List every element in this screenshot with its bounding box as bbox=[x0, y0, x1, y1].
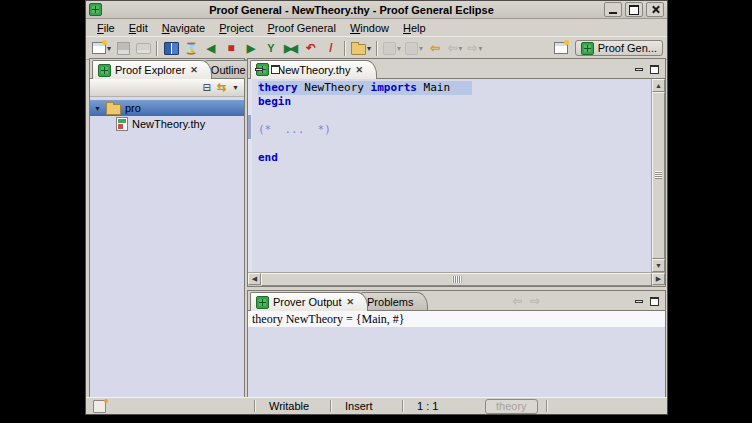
status-writable: Writable bbox=[257, 400, 329, 412]
editor-area: *NewTheory.thy ✕ theory NewTheory import… bbox=[247, 58, 666, 287]
view-minimize-button[interactable] bbox=[253, 64, 266, 75]
close-tab-icon[interactable]: ✕ bbox=[346, 297, 354, 307]
theory-mode-button[interactable]: theory bbox=[485, 399, 538, 414]
proof-explorer-icon bbox=[98, 64, 111, 77]
run-button[interactable]: ▾ bbox=[381, 39, 403, 57]
scroll-up-icon[interactable]: ▲ bbox=[652, 79, 665, 92]
window-close-button[interactable] bbox=[646, 2, 664, 17]
tab-prover-output[interactable]: Prover Output ✕ bbox=[250, 292, 368, 311]
new-wizard-button[interactable]: ▾ bbox=[90, 39, 113, 57]
theory-file-icon bbox=[116, 117, 128, 131]
folder-icon bbox=[351, 44, 366, 55]
quick-diff-marker bbox=[248, 115, 251, 139]
horizontal-scrollbar[interactable]: ◀ ▶ bbox=[248, 272, 665, 286]
last-edit-location-button[interactable]: ⇦ bbox=[425, 39, 445, 57]
print-button[interactable] bbox=[133, 39, 153, 57]
back-arrow-icon: ⇦ bbox=[448, 41, 458, 55]
vertical-scrollbar-thumb[interactable] bbox=[652, 92, 665, 259]
view-menu-button[interactable]: ▼ bbox=[232, 84, 239, 91]
menu-help[interactable]: Help bbox=[396, 21, 433, 35]
window-title: Proof General - NewTheory.thy - Proof Ge… bbox=[102, 4, 601, 16]
open-file-button[interactable]: ▾ bbox=[349, 39, 373, 57]
tab-proof-explorer[interactable]: Proof Explorer ✕ bbox=[92, 60, 212, 79]
explorer-tab-row: Proof Explorer ✕ Outline bbox=[90, 59, 244, 79]
undo-all-button[interactable]: ↶ bbox=[301, 39, 321, 57]
prover-output-content: theory NewTheory = {Main, #} bbox=[248, 311, 665, 399]
history-back-icon[interactable]: ⇦ bbox=[512, 294, 522, 308]
link-with-editor-button[interactable]: ⇆ bbox=[217, 81, 226, 94]
menu-navigate[interactable]: Navigate bbox=[155, 21, 212, 35]
project-tree: ▼ pro NewTheory.thy bbox=[90, 97, 244, 402]
window-minimize-button[interactable] bbox=[604, 2, 622, 17]
external-tools-button[interactable]: ▾ bbox=[403, 39, 425, 57]
menu-edit[interactable]: Edit bbox=[122, 21, 155, 35]
annotation-ruler bbox=[248, 79, 252, 272]
restart-proof-button[interactable]: ⌛ bbox=[181, 39, 201, 57]
fast-view-icon[interactable] bbox=[93, 400, 106, 413]
view-controls bbox=[253, 64, 286, 78]
code-line bbox=[258, 137, 651, 151]
undo-step-button[interactable]: ◀ bbox=[201, 39, 221, 57]
close-tab-icon[interactable]: ✕ bbox=[190, 65, 198, 75]
editor-maximize-button[interactable] bbox=[648, 64, 661, 75]
menu-file[interactable]: File bbox=[90, 21, 122, 35]
open-folder-icon bbox=[106, 104, 121, 115]
forward-button[interactable]: ⇨ ▾ bbox=[465, 39, 485, 57]
horizontal-scrollbar-thumb[interactable] bbox=[261, 273, 652, 286]
stop-button[interactable]: ■ bbox=[221, 39, 241, 57]
toolbar-separator bbox=[344, 41, 346, 56]
tab-problems[interactable]: Problems bbox=[361, 292, 427, 310]
proof-explorer-view: Proof Explorer ✕ Outline ⊟ ⇆ ▼ ▼ pro bbox=[89, 58, 245, 399]
prover-tab-row: Prover Output ✕ Problems ⇦ ⇨ bbox=[248, 291, 665, 311]
collapse-all-button[interactable]: ⊟ bbox=[202, 82, 210, 93]
last-edit-arrow-icon: ⇦ bbox=[430, 41, 440, 55]
open-perspective-button[interactable] bbox=[551, 39, 571, 57]
dropdown-icon: ▾ bbox=[419, 44, 423, 53]
vertical-scrollbar[interactable]: ▲ ▼ bbox=[651, 79, 665, 272]
prover-maximize-button[interactable] bbox=[648, 296, 661, 307]
scroll-down-icon[interactable]: ▼ bbox=[652, 259, 665, 272]
proof-general-icon bbox=[581, 42, 594, 55]
goto-end-icon: ▶◀ bbox=[284, 42, 298, 55]
dropdown-icon: ▾ bbox=[397, 44, 401, 53]
code-line: begin bbox=[258, 95, 651, 109]
prover-minimize-button[interactable] bbox=[632, 296, 645, 307]
minimize-icon bbox=[635, 68, 643, 71]
tree-item-file[interactable]: NewTheory.thy bbox=[90, 116, 244, 132]
editor-body: theory NewTheory imports Main begin (* .… bbox=[248, 79, 665, 272]
title-bar[interactable]: Proof General - NewTheory.thy - Proof Ge… bbox=[86, 1, 667, 19]
scroll-left-icon[interactable]: ◀ bbox=[248, 273, 261, 285]
expander-icon[interactable]: ▼ bbox=[94, 105, 102, 112]
close-tab-icon[interactable]: ✕ bbox=[355, 65, 363, 75]
minimize-icon bbox=[609, 12, 617, 14]
maximize-icon bbox=[271, 65, 280, 74]
goto-button[interactable]: Y bbox=[261, 39, 281, 57]
goto-end-button[interactable]: ▶◀ bbox=[281, 39, 301, 57]
forward-arrow-icon: ⇨ bbox=[468, 41, 478, 55]
menu-window[interactable]: Window bbox=[343, 21, 396, 35]
menu-proof-general[interactable]: Proof General bbox=[260, 21, 343, 35]
editor-tab-row: *NewTheory.thy ✕ bbox=[248, 59, 665, 79]
scroll-right-icon[interactable]: ▶ bbox=[652, 273, 665, 285]
window-maximize-button[interactable] bbox=[625, 2, 643, 17]
tab-label: Problems bbox=[367, 296, 413, 308]
back-button[interactable]: ⇦ ▾ bbox=[445, 39, 465, 57]
code-editor[interactable]: theory NewTheory imports Main begin (* .… bbox=[252, 79, 651, 272]
save-button[interactable] bbox=[113, 39, 133, 57]
tab-label: Outline bbox=[211, 64, 246, 76]
perspective-proof-general-button[interactable]: Proof Gen... bbox=[575, 40, 663, 56]
toolbar-separator bbox=[376, 41, 378, 56]
book-icon bbox=[164, 42, 179, 55]
close-icon bbox=[651, 5, 660, 14]
history-forward-icon[interactable]: ⇨ bbox=[530, 294, 540, 308]
editor-minimize-button[interactable] bbox=[632, 64, 645, 75]
activate-scripting-button[interactable]: / bbox=[321, 39, 341, 57]
menu-project[interactable]: Project bbox=[212, 21, 260, 35]
maximize-icon bbox=[650, 65, 659, 74]
tree-item-project[interactable]: ▼ pro bbox=[90, 100, 244, 116]
next-step-button[interactable]: ▶ bbox=[241, 39, 261, 57]
new-wizard-icon bbox=[92, 42, 106, 54]
dropdown-icon: ▾ bbox=[367, 44, 371, 53]
view-maximize-button[interactable] bbox=[269, 64, 282, 75]
open-definition-button[interactable] bbox=[161, 39, 181, 57]
